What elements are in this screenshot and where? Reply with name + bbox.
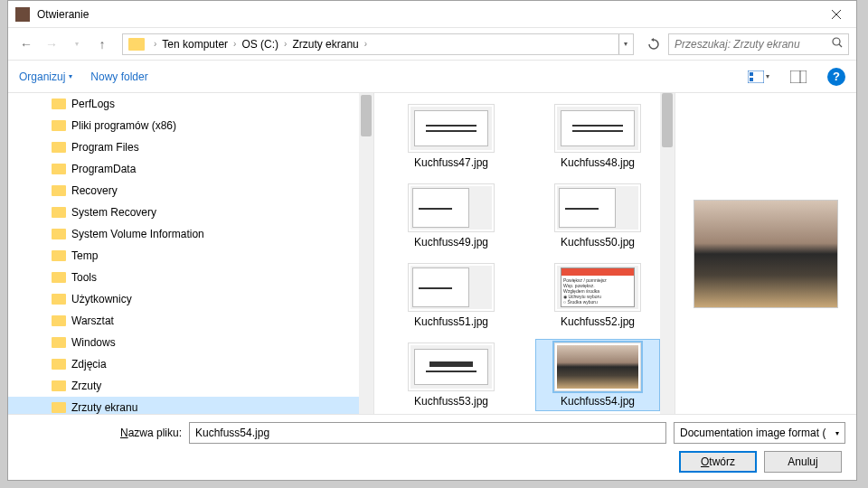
- file-list-pane: Kuchfuss47.jpgKuchfuss48.jpgKuchfuss49.j…: [374, 93, 675, 414]
- tree-item[interactable]: Warsztat: [8, 310, 373, 332]
- file-thumbnail: [408, 104, 495, 153]
- file-type-select[interactable]: Documentation image format ( ▾: [674, 422, 845, 444]
- preview-pane-button[interactable]: [788, 66, 809, 88]
- tree-item-label: Temp: [71, 249, 98, 262]
- tree-item-label: Zrzuty: [71, 380, 101, 392]
- close-icon: [832, 10, 841, 19]
- navigation-bar: ← → ▾ ↑ › Ten komputer › OS (C:) › Zrzut…: [8, 28, 856, 61]
- tree-list[interactable]: PerfLogsPliki programów (x86)Program Fil…: [8, 93, 373, 414]
- file-item[interactable]: Kuchfuss47.jpg: [389, 100, 514, 173]
- tree-item[interactable]: Zrzuty: [8, 375, 373, 397]
- file-grid[interactable]: Kuchfuss47.jpgKuchfuss48.jpgKuchfuss49.j…: [389, 100, 660, 411]
- file-thumbnail: [554, 183, 641, 232]
- breadcrumb-folder[interactable]: Zrzuty ekranu: [292, 38, 358, 51]
- folder-icon: [52, 294, 66, 305]
- filename-input[interactable]: [195, 423, 660, 443]
- chevron-right-icon: ›: [364, 39, 367, 49]
- breadcrumb[interactable]: › Ten komputer › OS (C:) › Zrzuty ekranu…: [122, 33, 634, 55]
- folder-icon: [52, 272, 66, 283]
- scrollbar-thumb[interactable]: [361, 95, 372, 136]
- organize-label: Organizuj: [19, 70, 65, 83]
- file-label: Kuchfuss50.jpg: [561, 236, 635, 249]
- recent-dropdown[interactable]: ▾: [66, 33, 88, 55]
- file-item[interactable]: Powiększ / pomniejszWsp. powiększ.Względ…: [535, 259, 660, 332]
- tree-item[interactable]: System Recovery: [8, 202, 373, 223]
- tree-item[interactable]: Pliki programów (x86): [8, 115, 373, 136]
- file-thumbnail: [408, 263, 495, 312]
- cancel-button[interactable]: Anuluj: [764, 451, 842, 473]
- chevron-right-icon: ›: [154, 39, 156, 49]
- chevron-right-icon: ›: [284, 39, 287, 49]
- breadcrumb-dropdown[interactable]: ▾: [618, 34, 631, 54]
- search-input[interactable]: [675, 38, 832, 51]
- file-label: Kuchfuss52.jpg: [561, 315, 635, 328]
- file-label: Kuchfuss47.jpg: [414, 156, 488, 169]
- file-thumbnail: [554, 343, 641, 391]
- help-button[interactable]: ?: [827, 68, 845, 86]
- open-button[interactable]: Otwórz: [679, 451, 757, 473]
- tree-item-label: Windows: [71, 336, 116, 349]
- tree-item[interactable]: PerfLogs: [8, 93, 373, 115]
- folder-icon: [52, 402, 66, 413]
- chevron-down-icon: ▾: [835, 429, 839, 437]
- file-type-label: Documentation image format (: [680, 427, 826, 439]
- preview-image: [693, 200, 838, 308]
- tree-item-label: Recovery: [71, 184, 118, 197]
- file-item[interactable]: Kuchfuss50.jpg: [535, 180, 660, 252]
- tree-item-label: System Recovery: [71, 206, 156, 219]
- tree-item-label: ProgramData: [71, 163, 136, 175]
- body: PerfLogsPliki programów (x86)Program Fil…: [8, 93, 856, 414]
- breadcrumb-drive[interactable]: OS (C:): [241, 38, 278, 51]
- file-label: Kuchfuss49.jpg: [414, 236, 488, 249]
- refresh-button[interactable]: [643, 33, 665, 55]
- file-item[interactable]: Kuchfuss51.jpg: [389, 259, 514, 332]
- tree-item[interactable]: Recovery: [8, 180, 373, 202]
- tree-item-label: Program Files: [71, 141, 139, 154]
- file-thumbnail: Powiększ / pomniejszWsp. powiększ.Względ…: [554, 263, 641, 312]
- tree-item[interactable]: Zrzuty ekranu: [8, 397, 373, 414]
- back-button[interactable]: ←: [15, 33, 37, 55]
- file-scrollbar[interactable]: [660, 93, 675, 414]
- file-label: Kuchfuss53.jpg: [414, 395, 488, 408]
- tree-item[interactable]: Windows: [8, 332, 373, 353]
- tree-item-label: Zrzuty ekranu: [71, 401, 137, 414]
- tree-item[interactable]: System Volume Information: [8, 223, 373, 245]
- filename-combobox[interactable]: [189, 422, 666, 444]
- folder-icon: [52, 250, 66, 261]
- search-icon: [832, 37, 843, 51]
- file-item[interactable]: Kuchfuss53.jpg: [389, 339, 514, 411]
- up-button[interactable]: ↑: [91, 33, 113, 55]
- close-button[interactable]: [816, 1, 856, 27]
- chevron-right-icon: ›: [233, 39, 236, 49]
- tree-item[interactable]: Program Files: [8, 136, 373, 158]
- folder-icon: [52, 337, 66, 348]
- svg-rect-3: [750, 72, 753, 76]
- folder-icon: [52, 120, 66, 131]
- search-box[interactable]: [668, 33, 849, 55]
- tree-item[interactable]: Tools: [8, 267, 373, 288]
- chevron-down-icon: ▾: [69, 72, 72, 80]
- tree-item[interactable]: ProgramData: [8, 158, 373, 180]
- file-item[interactable]: Kuchfuss48.jpg: [535, 100, 660, 173]
- file-item[interactable]: Kuchfuss49.jpg: [389, 180, 514, 252]
- tree-item-label: System Volume Information: [71, 228, 204, 240]
- breadcrumb-root[interactable]: Ten komputer: [162, 38, 228, 51]
- tree-item[interactable]: Użytkownicy: [8, 288, 373, 310]
- scrollbar-thumb[interactable]: [662, 93, 673, 147]
- view-mode-button[interactable]: ▾: [748, 66, 769, 88]
- folder-icon: [52, 99, 66, 109]
- tree-item[interactable]: Temp: [8, 245, 373, 267]
- file-label: Kuchfuss54.jpg: [561, 395, 635, 408]
- tree-item-label: Użytkownicy: [71, 293, 132, 305]
- command-bar: Organizuj ▾ Nowy folder ▾ ?: [8, 61, 856, 93]
- tree-scrollbar[interactable]: [359, 93, 373, 414]
- tree-item[interactable]: Zdjęcia: [8, 353, 373, 375]
- new-folder-button[interactable]: Nowy folder: [90, 70, 147, 83]
- chevron-down-icon: ▾: [766, 72, 769, 80]
- organize-menu[interactable]: Organizuj ▾: [19, 70, 72, 83]
- preview-pane-icon: [790, 70, 807, 83]
- new-folder-label: Nowy folder: [90, 70, 147, 83]
- file-thumbnail: [408, 343, 495, 391]
- file-item[interactable]: Kuchfuss54.jpg: [535, 339, 660, 411]
- forward-button[interactable]: →: [41, 33, 62, 55]
